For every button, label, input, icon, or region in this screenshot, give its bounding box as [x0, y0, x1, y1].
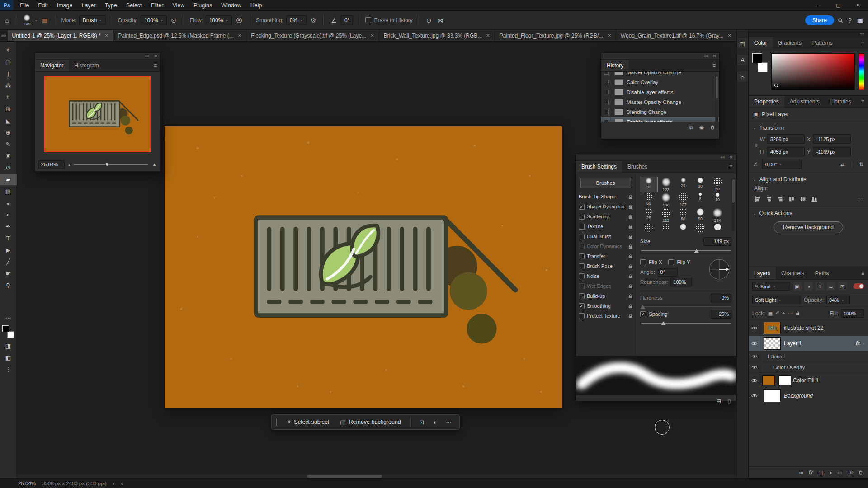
hardness-slider[interactable] — [641, 306, 731, 307]
visibility-toggle[interactable] — [749, 351, 760, 361]
close-tab-icon[interactable]: ✕ — [486, 33, 490, 38]
filter-shape-layers-icon[interactable]: ▱ — [827, 282, 835, 291]
layer-row[interactable]: Color Fill 1 — [749, 373, 868, 388]
remove-background-quick-action[interactable]: Remove Background — [774, 221, 843, 233]
history-source-checkbox[interactable] — [601, 107, 611, 117]
menu-window[interactable]: Window — [217, 0, 245, 10]
status-prev-icon[interactable]: ‹ — [121, 481, 123, 486]
visibility-toggle[interactable] — [749, 320, 760, 335]
new-brush-icon[interactable]: ⊞ — [717, 398, 721, 404]
delete-state-icon[interactable] — [710, 125, 715, 130]
y-field[interactable]: -1169 px — [813, 147, 851, 156]
history-state[interactable]: Color Overlay — [601, 77, 719, 87]
collapsed-panel-icon[interactable]: ▤ — [737, 38, 748, 48]
new-layer-icon[interactable]: ⊞ — [848, 469, 853, 476]
tab-histogram[interactable]: Histogram — [69, 60, 104, 71]
brush-tip-preset[interactable]: 30 — [640, 177, 657, 192]
slider-thumb[interactable] — [661, 321, 666, 325]
erase-to-history-checkbox[interactable] — [365, 17, 371, 23]
history-source-checkbox[interactable] — [601, 97, 611, 107]
home-icon[interactable]: ⌂ — [4, 17, 10, 24]
brush-grid-scrollbar[interactable] — [732, 178, 735, 232]
history-state[interactable]: Master Opacity Change — [601, 97, 719, 107]
panel-menu-icon[interactable]: ≡ — [858, 99, 868, 105]
menu-image[interactable]: Image — [52, 0, 77, 10]
width-field[interactable]: 5286 px — [767, 134, 805, 144]
section-brush-tip-shape[interactable]: Brush Tip Shape — [576, 192, 635, 202]
section-scattering[interactable]: Scattering — [576, 211, 635, 221]
tab-gradients[interactable]: Gradients — [773, 37, 807, 49]
history-state-selected[interactable]: Enable layer effects — [601, 117, 719, 122]
delete-brush-icon[interactable] — [726, 399, 732, 404]
select-subject-button[interactable]: ⌖ Select subject — [283, 416, 334, 428]
collapse-dock-icon[interactable]: «« — [860, 31, 864, 36]
section-color-dynamics[interactable]: Color Dynamics — [576, 241, 635, 251]
document-tab[interactable]: Painted_Edge.psd @ 12,5% (Masked Frame (… — [113, 30, 246, 41]
tab-paths[interactable]: Paths — [810, 267, 835, 279]
menu-select[interactable]: Select — [122, 0, 146, 10]
document-tab[interactable]: Painted_Floor_Texture.jpg @ 25% (RGB/...… — [495, 30, 616, 41]
size-field[interactable]: 149 px — [703, 237, 731, 246]
collapsed-panel-icon[interactable]: ✂ — [737, 71, 748, 82]
new-document-from-state-icon[interactable]: ⧉ — [689, 124, 693, 131]
panel-menu-icon[interactable]: ≡ — [858, 40, 868, 46]
scrollbar-thumb[interactable] — [732, 179, 735, 203]
menu-filter[interactable]: Filter — [146, 0, 168, 10]
height-field[interactable]: 4053 px — [767, 147, 805, 156]
rotation-field[interactable]: 0,00°⌄ — [762, 160, 802, 169]
flip-horizontal-icon[interactable]: ⇄ — [840, 161, 845, 168]
close-tab-icon[interactable]: ✕ — [105, 33, 108, 38]
toggle-brush-panel-icon[interactable]: ▥ — [40, 17, 49, 24]
brush-tip-preset[interactable]: 50 — [692, 207, 709, 223]
menu-type[interactable]: Type — [100, 0, 122, 10]
move-tool[interactable]: ⌖ — [0, 44, 17, 56]
flip-x-checkbox[interactable] — [640, 259, 646, 265]
lock-artboard-icon[interactable]: ▭ — [788, 310, 793, 316]
collapse-effects-icon[interactable]: ⌄ — [862, 341, 865, 345]
chevron-down-icon[interactable]: ⌄ — [35, 18, 38, 22]
brush-tip-preset[interactable]: 112 — [657, 207, 675, 223]
history-state[interactable]: Master Opacity Change — [601, 72, 719, 77]
menu-edit[interactable]: Edit — [33, 0, 52, 10]
brush-tip-preset[interactable]: 50 — [709, 177, 726, 192]
screen-mode-icon[interactable]: ◧ — [0, 352, 17, 363]
adjustment-action-icon[interactable]: ◐ — [429, 417, 441, 427]
tab-color[interactable]: Color — [749, 37, 773, 49]
menu-help[interactable]: Help — [246, 0, 267, 10]
align-top-button[interactable] — [787, 195, 796, 203]
lock-pixels-icon[interactable]: ✐ — [775, 310, 779, 316]
lock-transparency-icon[interactable]: ▦ — [768, 310, 773, 316]
link-dimensions-icon[interactable]: ∞ — [754, 142, 760, 149]
scrollbar-thumb[interactable] — [716, 76, 718, 98]
canvas[interactable] — [165, 126, 562, 408]
new-adjustment-layer-icon[interactable]: ◑ — [829, 469, 832, 476]
tab-navigator[interactable]: Navigator — [35, 60, 69, 71]
maximize-button[interactable]: ▢ — [828, 0, 848, 10]
history-source-checkbox[interactable] — [601, 77, 611, 87]
spacing-checkbox[interactable] — [640, 311, 646, 317]
close-panel-icon[interactable]: ✕ — [154, 54, 157, 58]
create-snapshot-icon[interactable]: ◉ — [699, 124, 704, 131]
brush-tip-preset[interactable]: 284 — [709, 207, 726, 223]
menu-file[interactable]: File — [15, 0, 33, 10]
align-bottom-button[interactable] — [810, 195, 819, 203]
quick-selection-tool[interactable]: ⁂ — [0, 80, 17, 91]
history-state[interactable]: Blending Change — [601, 107, 719, 117]
background-color-swatch[interactable] — [7, 331, 14, 338]
angle-field[interactable]: 0° — [658, 268, 678, 277]
toolbar-overflow-icon[interactable]: ⋮ — [0, 363, 17, 375]
chevron-down-icon[interactable]: ⌄ — [753, 178, 756, 182]
brushes-button[interactable]: Brushes — [580, 178, 631, 188]
pressure-size-icon[interactable]: ⊙ — [425, 17, 433, 24]
history-scrollbar[interactable] — [715, 74, 718, 129]
tab-patterns[interactable]: Patterns — [807, 37, 838, 49]
close-tab-icon[interactable]: ✕ — [238, 33, 241, 38]
smoothing-options-gear-icon[interactable]: ⚙ — [309, 17, 318, 24]
history-source-checkbox[interactable] — [601, 117, 611, 122]
navigator-zoom-slider[interactable] — [74, 164, 148, 165]
layer-thumbnail[interactable] — [764, 338, 780, 349]
tab-libraries[interactable]: Libraries — [825, 96, 857, 108]
eraser-tool[interactable]: ▰ — [0, 174, 17, 185]
spacing-slider[interactable] — [641, 323, 731, 324]
filter-adjustment-layers-icon[interactable]: ◑ — [804, 282, 813, 291]
